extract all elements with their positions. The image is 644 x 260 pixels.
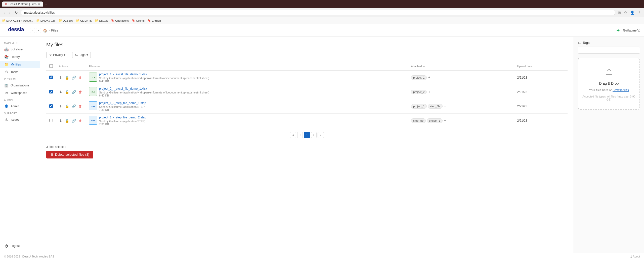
file-name: project_2_-_excel_file_demo_1.xlsx [99,87,209,90]
row-checkbox-cell[interactable] [46,99,56,114]
download-button[interactable]: ⬇ [59,118,63,123]
upload-accepted-info: Accepted file types: All files (max size… [582,95,635,101]
bookmark-clients[interactable]: 📁 CLIENTS [76,19,92,22]
breadcrumb: 🏠 › Files [43,28,58,32]
sidebar-item-workspaces[interactable]: 🗂 Workspaces [0,89,40,97]
row-checkbox-cell[interactable] [46,114,56,128]
row-checkbox-cell[interactable] [46,85,56,99]
menu-button[interactable]: ⋮ [636,10,642,15]
row-checkbox[interactable] [49,76,53,79]
select-all-checkbox[interactable] [49,64,53,68]
bookmark-button[interactable]: ☆ [623,10,628,15]
delete-selected-button[interactable]: 🗑 Delete selected files (3) [46,151,93,158]
breadcrumb-separator: › [49,29,50,32]
file-table: Actions Filename Attached to Upload date… [46,62,568,128]
row-checkbox-cell[interactable] [46,71,56,85]
download-button[interactable]: ⬇ [59,75,63,80]
reload-button[interactable]: ↻ [13,10,19,15]
delete-file-button[interactable]: 🗑 [78,118,82,123]
profile-button[interactable]: 👤 [629,10,635,15]
forward-button[interactable]: › [8,10,12,15]
bookmarks-bar: 📁 MAX ACTIF+ Accue... 📁 LINUX / GIT 📁 DE… [0,17,644,24]
footer-about-link[interactable]: ℹ About [630,254,640,258]
file-size: 7.36 KB [99,108,146,111]
download-button[interactable]: ⬇ [59,89,63,94]
lock-button[interactable]: 🔒 [64,118,70,123]
tasks-icon: ⏱ [4,70,9,74]
pagination-page-1-button[interactable]: 1 [304,132,310,138]
file-info: XLS project_1_-_excel_file_demo_1.xlsx S… [89,73,405,83]
pagination-prev-button[interactable]: ‹ [297,132,303,138]
sidebar-item-issues[interactable]: ⚠ Issues [0,116,40,123]
bookmark-linux[interactable]: 📁 LINUX / GIT [36,19,56,22]
bookmark-dessia[interactable]: 📁 DESSIA [59,19,73,22]
add-tag-button[interactable]: + [444,104,447,108]
sidebar-item-tasks[interactable]: ⏱ Tasks [0,68,40,76]
svg-text:XLS: XLS [92,91,95,93]
bookmark-label: English [152,19,161,22]
about-icon: ℹ [630,254,632,258]
link-button[interactable]: 🔗 [71,104,76,109]
address-bar[interactable]: master.dessia.ovh/files [21,10,615,15]
date-cell: 2/21/23 [514,71,568,85]
file-details: project_2_-_excel_file_demo_1.xlsx Sent … [99,87,209,97]
row-checkbox[interactable] [49,119,53,122]
pagination-first-button[interactable]: « [290,132,296,138]
sidebar-item-logout[interactable]: ⏻ Logout [0,242,40,250]
sidebar-item-organizations[interactable]: 🏢 Organizations [0,82,40,89]
back-button[interactable]: ‹ [2,10,6,15]
add-tag-button[interactable]: + [428,75,431,79]
extensions-button[interactable]: ⊞ [617,10,622,15]
breadcrumb-home-icon[interactable]: 🏠 [43,28,47,32]
row-checkbox[interactable] [49,104,53,108]
user-name: Guillaume V. [623,29,640,32]
bookmark-max[interactable]: 📁 MAX ACTIF+ Accue... [2,19,33,22]
tab-close-btn[interactable]: ✕ [38,3,40,6]
bookmark-clients2[interactable]: 🔖 Clients [132,19,145,22]
sidebar-item-admin[interactable]: 👤 Admin [0,103,40,110]
tags-search-input[interactable] [578,47,640,54]
upload-icon [604,66,614,78]
row-checkbox[interactable] [49,90,53,93]
nav-forward-button[interactable]: › [36,28,41,33]
lock-button[interactable]: 🔒 [64,104,70,109]
link-button[interactable]: 🔗 [71,118,76,123]
tags-filter-button[interactable]: 🏷 Tags ▾ [72,52,91,58]
add-tag-button[interactable]: + [444,118,447,122]
pagination-next-button[interactable]: › [311,132,317,138]
link-button[interactable]: 🔗 [71,89,76,94]
date-cell: 2/21/23 [514,114,568,128]
file-name: project_1_-_excel_file_demo_1.xlsx [99,73,209,76]
file-details: project_1_-_step_file_demo_1.step Sent b… [99,101,146,111]
browser-tab[interactable]: D DessIA Platform | Files ✕ [2,2,43,7]
bookmark-english[interactable]: 🔖 English [148,19,161,22]
main-content: My files Privacy ▾ 🏷 Tags ▾ [40,37,574,253]
delete-file-button[interactable]: 🗑 [78,104,82,109]
tag-badge: project_2 [411,90,427,94]
bookmark-operations[interactable]: 🔖 Operations [111,19,129,22]
bookmark-folder-icon: 📁 [36,19,40,22]
sidebar-item-library[interactable]: 📚 Library [0,53,40,61]
organizations-icon: 🏢 [4,83,9,87]
link-button[interactable]: 🔗 [71,75,76,80]
lock-button[interactable]: 🔒 [64,75,70,80]
date-cell: 2/21/23 [514,85,568,99]
lock-button[interactable]: 🔒 [64,89,70,94]
bookmark-dicos[interactable]: 📁 DICOS [95,19,108,22]
nav-back-button[interactable]: ‹ [30,28,35,33]
add-tag-button[interactable]: + [428,90,431,94]
tag-list: project_1 + [411,75,511,80]
download-button[interactable]: ⬇ [59,104,63,109]
upload-zone[interactable]: Drag & Drop Your files here or Browse fi… [578,58,640,110]
browse-files-link[interactable]: Browse files [613,88,629,92]
sidebar-item-my-files[interactable]: 📁 My files [0,61,40,68]
sidebar-item-bot-store[interactable]: 🤖 Bot store [0,46,40,53]
sidebar-item-organizations-label: Organizations [11,84,29,87]
tags-chevron-icon: ▾ [87,53,88,57]
pagination-last-button[interactable]: » [318,132,324,138]
delete-file-button[interactable]: 🗑 [78,89,82,94]
privacy-filter-button[interactable]: Privacy ▾ [46,52,68,58]
delete-file-button[interactable]: 🗑 [78,75,82,80]
attached-cell: project_1 step_file + [408,99,514,114]
new-tab-button[interactable]: + [45,2,47,6]
